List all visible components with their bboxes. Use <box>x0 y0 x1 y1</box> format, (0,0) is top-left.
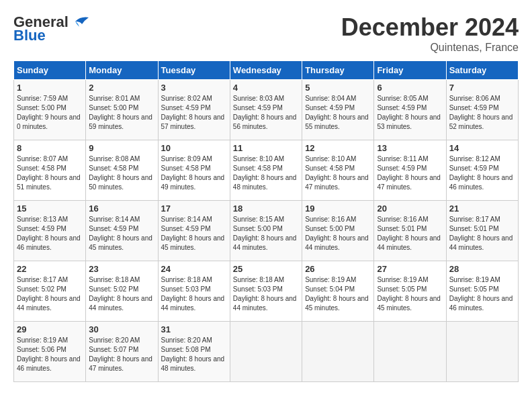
table-row: 15Sunrise: 8:13 AMSunset: 4:59 PMDayligh… <box>14 201 86 261</box>
col-saturday: Saturday <box>446 61 518 80</box>
table-row <box>302 322 374 382</box>
logo-blue: Blue <box>13 27 46 44</box>
table-row: 8Sunrise: 8:07 AMSunset: 4:58 PMDaylight… <box>14 140 86 201</box>
month-title: December 2024 <box>341 13 519 42</box>
table-row: 23Sunrise: 8:18 AMSunset: 5:02 PMDayligh… <box>86 261 158 322</box>
table-row: 24Sunrise: 8:18 AMSunset: 5:03 PMDayligh… <box>158 261 230 322</box>
table-row: 12Sunrise: 8:10 AMSunset: 4:58 PMDayligh… <box>302 140 374 201</box>
page-header: General Blue December 2024 Quintenas, Fr… <box>13 13 519 54</box>
calendar-table: Sunday Monday Tuesday Wednesday Thursday… <box>13 60 519 382</box>
col-sunday: Sunday <box>14 61 86 80</box>
logo-bird-icon <box>69 15 90 30</box>
col-monday: Monday <box>86 61 158 80</box>
table-row: 29Sunrise: 8:19 AMSunset: 5:06 PMDayligh… <box>14 322 86 382</box>
table-row: 6Sunrise: 8:05 AMSunset: 4:59 PMDaylight… <box>374 80 446 140</box>
table-row: 31Sunrise: 8:20 AMSunset: 5:08 PMDayligh… <box>158 322 230 382</box>
col-tuesday: Tuesday <box>158 61 230 80</box>
table-row: 11Sunrise: 8:10 AMSunset: 4:58 PMDayligh… <box>230 140 302 201</box>
table-row <box>230 322 302 382</box>
table-row: 2Sunrise: 8:01 AMSunset: 5:00 PMDaylight… <box>86 80 158 140</box>
logo: General Blue <box>13 13 90 44</box>
table-row: 17Sunrise: 8:14 AMSunset: 4:59 PMDayligh… <box>158 201 230 261</box>
table-row: 22Sunrise: 8:17 AMSunset: 5:02 PMDayligh… <box>14 261 86 322</box>
table-row: 26Sunrise: 8:19 AMSunset: 5:04 PMDayligh… <box>302 261 374 322</box>
table-row: 13Sunrise: 8:11 AMSunset: 4:59 PMDayligh… <box>374 140 446 201</box>
table-row: 14Sunrise: 8:12 AMSunset: 4:59 PMDayligh… <box>446 140 518 201</box>
table-row: 7Sunrise: 8:06 AMSunset: 4:59 PMDaylight… <box>446 80 518 140</box>
table-row: 21Sunrise: 8:17 AMSunset: 5:01 PMDayligh… <box>446 201 518 261</box>
col-friday: Friday <box>374 61 446 80</box>
table-row <box>446 322 518 382</box>
table-row: 5Sunrise: 8:04 AMSunset: 4:59 PMDaylight… <box>302 80 374 140</box>
title-area: December 2024 Quintenas, France <box>341 13 519 54</box>
calendar-header-row: Sunday Monday Tuesday Wednesday Thursday… <box>14 61 519 80</box>
table-row: 25Sunrise: 8:18 AMSunset: 5:03 PMDayligh… <box>230 261 302 322</box>
table-row: 27Sunrise: 8:19 AMSunset: 5:05 PMDayligh… <box>374 261 446 322</box>
table-row: 3Sunrise: 8:02 AMSunset: 4:59 PMDaylight… <box>158 80 230 140</box>
table-row: 20Sunrise: 8:16 AMSunset: 5:01 PMDayligh… <box>374 201 446 261</box>
table-row: 18Sunrise: 8:15 AMSunset: 5:00 PMDayligh… <box>230 201 302 261</box>
col-thursday: Thursday <box>302 61 374 80</box>
table-row: 30Sunrise: 8:20 AMSunset: 5:07 PMDayligh… <box>86 322 158 382</box>
table-row <box>374 322 446 382</box>
table-row: 16Sunrise: 8:14 AMSunset: 4:59 PMDayligh… <box>86 201 158 261</box>
table-row: 4Sunrise: 8:03 AMSunset: 4:59 PMDaylight… <box>230 80 302 140</box>
col-wednesday: Wednesday <box>230 61 302 80</box>
location-subtitle: Quintenas, France <box>341 42 519 54</box>
table-row: 10Sunrise: 8:09 AMSunset: 4:58 PMDayligh… <box>158 140 230 201</box>
table-row: 9Sunrise: 8:08 AMSunset: 4:58 PMDaylight… <box>86 140 158 201</box>
table-row: 28Sunrise: 8:19 AMSunset: 5:05 PMDayligh… <box>446 261 518 322</box>
table-row: 1Sunrise: 7:59 AMSunset: 5:00 PMDaylight… <box>14 80 86 140</box>
table-row: 19Sunrise: 8:16 AMSunset: 5:00 PMDayligh… <box>302 201 374 261</box>
